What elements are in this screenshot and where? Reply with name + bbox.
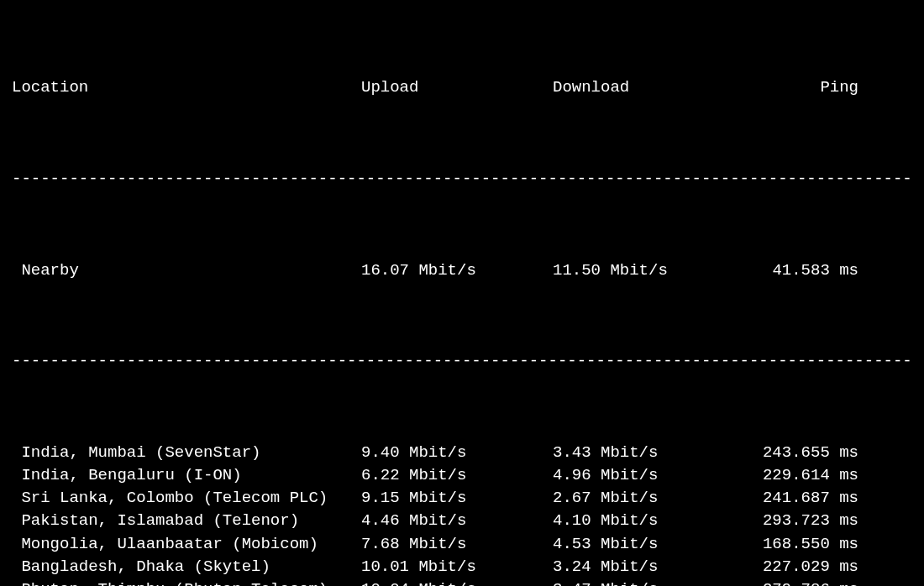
table-row: India, Bengaluru (I-ON)6.22 Mbit/s4.96 M… (12, 464, 912, 487)
cell-download: 4.96 Mbit/s (553, 464, 724, 487)
cell-download: 4.10 Mbit/s (553, 510, 724, 532)
header-upload: Upload (361, 76, 553, 99)
table-row: Pakistan, Islamabad (Telenor)4.46 Mbit/s… (12, 510, 912, 532)
table-header: Location Upload Download Ping (12, 76, 912, 99)
terminal-output: Location Upload Download Ping ----------… (0, 0, 924, 586)
cell-download: 3.24 Mbit/s (553, 556, 724, 578)
table-row: India, Mumbai (SevenStar)9.40 Mbit/s3.43… (12, 442, 912, 464)
cell-ping: 279.786 ms (724, 578, 858, 586)
nearby-download: 11.50 Mbit/s (553, 259, 724, 282)
cell-location: India, Bengaluru (I-ON) (12, 464, 361, 487)
cell-location: Sri Lanka, Colombo (Telecom PLC) (12, 487, 361, 510)
cell-ping: 168.550 ms (724, 533, 858, 556)
cell-upload: 10.01 Mbit/s (361, 556, 553, 578)
cell-download: 3.47 Mbit/s (553, 578, 724, 586)
table-row: Bangladesh, Dhaka (Skytel)10.01 Mbit/s3.… (12, 556, 912, 578)
cell-upload: 6.22 Mbit/s (361, 464, 553, 487)
cell-download: 3.43 Mbit/s (553, 442, 724, 464)
cell-location: Pakistan, Islamabad (Telenor) (12, 510, 361, 532)
table-row: Sri Lanka, Colombo (Telecom PLC)9.15 Mbi… (12, 487, 912, 510)
cell-location: India, Mumbai (SevenStar) (12, 442, 361, 464)
cell-upload: 4.46 Mbit/s (361, 510, 553, 532)
nearby-row: Nearby 16.07 Mbit/s 11.50 Mbit/s 41.583 … (12, 259, 912, 282)
cell-ping: 293.723 ms (724, 510, 858, 532)
cell-ping: 229.614 ms (724, 464, 858, 487)
header-ping: Ping (724, 76, 858, 99)
cell-location: Bhutan, Thimphu (Bhutan Telecom) (12, 578, 361, 586)
nearby-location: Nearby (12, 259, 361, 282)
divider: ----------------------------------------… (12, 168, 912, 191)
nearby-upload: 16.07 Mbit/s (361, 259, 553, 282)
results-body: India, Mumbai (SevenStar)9.40 Mbit/s3.43… (12, 442, 912, 586)
cell-ping: 227.029 ms (724, 556, 858, 578)
header-download: Download (553, 76, 724, 99)
cell-upload: 7.68 Mbit/s (361, 533, 553, 556)
divider: ----------------------------------------… (12, 350, 912, 373)
cell-upload: 10.04 Mbit/s (361, 578, 553, 586)
header-location: Location (12, 76, 361, 99)
table-row: Mongolia, Ulaanbaatar (Mobicom)7.68 Mbit… (12, 533, 912, 556)
cell-location: Mongolia, Ulaanbaatar (Mobicom) (12, 533, 361, 556)
nearby-ping: 41.583 ms (724, 259, 858, 282)
table-row: Bhutan, Thimphu (Bhutan Telecom)10.04 Mb… (12, 578, 912, 586)
cell-download: 2.67 Mbit/s (553, 487, 724, 510)
cell-ping: 243.655 ms (724, 442, 858, 464)
cell-download: 4.53 Mbit/s (553, 533, 724, 556)
cell-upload: 9.15 Mbit/s (361, 487, 553, 510)
cell-ping: 241.687 ms (724, 487, 858, 510)
cell-location: Bangladesh, Dhaka (Skytel) (12, 556, 361, 578)
cell-upload: 9.40 Mbit/s (361, 442, 553, 464)
